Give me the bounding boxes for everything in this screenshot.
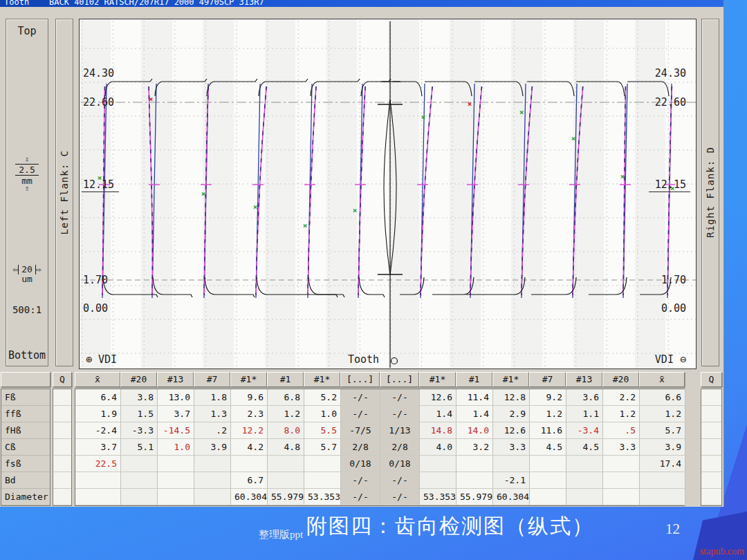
y-axis-label-right: 12.15 bbox=[643, 178, 686, 191]
right-flank-strip: Right Flank: D bbox=[701, 19, 719, 366]
column-header: #1* bbox=[230, 372, 267, 387]
column-header: #1* bbox=[419, 372, 456, 387]
x-axis-label: Tooth bbox=[348, 353, 379, 366]
table-cell: 9.6 bbox=[231, 389, 268, 406]
mid-label-underline bbox=[82, 192, 119, 192]
column-header: #7 bbox=[194, 372, 230, 387]
table-cell: 1.8 bbox=[194, 389, 231, 406]
table-cell: 17.4 bbox=[640, 456, 685, 472]
table-cell: 3.9 bbox=[640, 439, 685, 456]
vertical-scale-indicator: ⇩ 2.5 mm ⇧ bbox=[6, 156, 48, 192]
column-header: #13 bbox=[566, 372, 602, 387]
quality-column-right: Q bbox=[701, 372, 722, 506]
right-flank-label: Right Flank: D bbox=[705, 147, 716, 238]
table-cell bbox=[493, 456, 530, 472]
scale-panel: Top ⇩ 2.5 mm ⇧ ⇦20⇨ um 500:1 Bottom bbox=[6, 19, 48, 366]
results-table: x̄#20#13#7#1*#1#1*[...][...]#1*#1#1*#7#1… bbox=[75, 372, 685, 506]
magnification-ratio: 500:1 bbox=[6, 304, 48, 315]
slide: { "window": { "title": "Tooth BACK 40102… bbox=[0, 0, 747, 560]
table-cell: -/- bbox=[341, 489, 380, 505]
table-cell: -/- bbox=[380, 389, 420, 406]
table-cell: 1.4 bbox=[420, 406, 456, 422]
q-cell bbox=[53, 489, 71, 505]
table-cell: 4.0 bbox=[420, 439, 456, 456]
table-cell: 6.6 bbox=[640, 389, 685, 406]
table-cell: 13.0 bbox=[158, 389, 194, 406]
watermark: stapub.com bbox=[700, 546, 744, 557]
table-cell bbox=[420, 456, 456, 472]
table-cell: 5.5 bbox=[304, 422, 341, 439]
table-cell: -/- bbox=[341, 389, 380, 406]
table-cell bbox=[566, 472, 603, 489]
table-cell bbox=[121, 472, 158, 489]
row-label: fHß bbox=[1, 422, 50, 439]
table-cell: 4.5 bbox=[530, 439, 566, 456]
left-arrow-icon: ⇦ bbox=[12, 264, 18, 274]
table-cell: 60.304 bbox=[231, 489, 268, 505]
table-cell bbox=[75, 472, 121, 489]
table-cell: 1.2 bbox=[530, 406, 566, 422]
table-cell bbox=[530, 489, 566, 505]
table-cell: 5.1 bbox=[121, 439, 158, 456]
table-cell bbox=[268, 456, 304, 472]
table-cell: 53.353 bbox=[304, 489, 341, 505]
red-x-marker: × bbox=[468, 100, 472, 109]
q-cell bbox=[53, 406, 71, 422]
q-cell bbox=[53, 422, 71, 439]
table-cell: -2.1 bbox=[493, 472, 530, 489]
table-cell bbox=[158, 489, 194, 505]
table-cell: -/- bbox=[380, 472, 420, 489]
y-axis-label-left: 24.30 bbox=[83, 67, 114, 80]
table-cell: 12.6 bbox=[420, 389, 456, 406]
green-x-marker: × bbox=[253, 203, 258, 212]
mid-label-underline bbox=[649, 192, 690, 192]
table-cell: -2.4 bbox=[75, 422, 121, 439]
axis-bottom-label: Bottom bbox=[6, 349, 48, 362]
column-header: #13 bbox=[157, 372, 194, 387]
vdi-label-left: ⊕ VDI bbox=[86, 353, 117, 366]
table-cell: -/- bbox=[380, 406, 420, 422]
table-cell bbox=[158, 472, 194, 489]
table-cell bbox=[566, 489, 603, 505]
flank-trace-plot: ×××××××××××× bbox=[79, 19, 697, 369]
table-cell bbox=[603, 472, 640, 489]
q-cell bbox=[53, 472, 71, 489]
right-arrow-icon: ⇨ bbox=[36, 264, 42, 274]
table-cell: .5 bbox=[603, 422, 640, 439]
table-cell bbox=[456, 456, 493, 472]
green-x-marker: × bbox=[620, 172, 625, 181]
table-cell: -7/5 bbox=[341, 422, 380, 439]
table-cell: 3.2 bbox=[456, 439, 493, 456]
green-x-marker: × bbox=[571, 134, 576, 143]
table-cell: 53.353 bbox=[420, 489, 456, 505]
table-cell: -/- bbox=[341, 472, 380, 489]
q-cell bbox=[701, 406, 721, 422]
table-cell bbox=[603, 489, 640, 505]
table-cell: 11.4 bbox=[456, 389, 493, 406]
quality-column-left: Q bbox=[53, 372, 72, 506]
table-cell bbox=[456, 472, 493, 489]
q-cell bbox=[53, 456, 71, 472]
table-cell: 3.7 bbox=[158, 406, 194, 422]
q-column-header: Q bbox=[53, 372, 72, 387]
table-cell: 12.2 bbox=[231, 422, 268, 439]
left-flank-strip: Left Flank: C bbox=[55, 19, 73, 366]
vertical-scale-value: 2.5 bbox=[6, 165, 48, 174]
table-cell: 12.6 bbox=[493, 422, 530, 439]
page-number: 12 bbox=[665, 521, 680, 538]
trace-curves: ×××××××××××× bbox=[80, 19, 697, 370]
table-cell: 1.4 bbox=[456, 406, 493, 422]
table-cell: 3.3 bbox=[493, 439, 530, 456]
column-header: #7 bbox=[529, 372, 566, 387]
horizontal-scale-indicator: ⇦20⇨ um bbox=[6, 265, 48, 284]
row-label: Bd bbox=[1, 472, 50, 489]
y-axis-label-right: 0.00 bbox=[643, 302, 686, 315]
column-header: #1 bbox=[456, 372, 492, 387]
column-header: #1 bbox=[267, 372, 304, 387]
table-cell: 3.9 bbox=[194, 439, 231, 456]
green-x-marker: × bbox=[519, 108, 524, 117]
window-titlebar: Tooth BACK 40102 RATSCH/207R17 2000 4970… bbox=[0, 0, 723, 7]
table-cell: 5.7 bbox=[640, 422, 685, 439]
table-cell: 1/13 bbox=[380, 422, 420, 439]
left-flank-label: Left Flank: C bbox=[59, 150, 70, 235]
